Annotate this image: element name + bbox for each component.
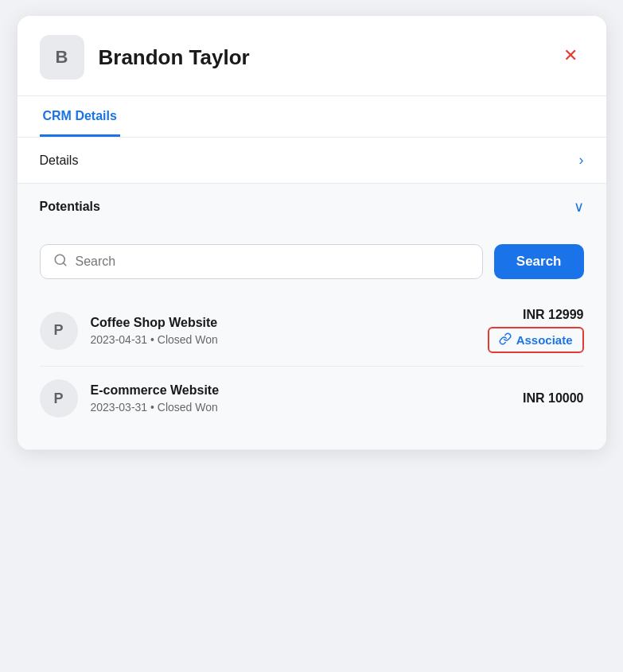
result-meta-0: 2023-04-31 • Closed Won (91, 333, 488, 346)
chevron-right-icon: › (579, 152, 584, 169)
result-meta-1: 2023-03-31 • Closed Won (91, 401, 524, 414)
result-title-1: E-commerce Website (91, 383, 524, 398)
result-amount-0: INR 12999 (523, 308, 584, 322)
result-info-0: Coffee Shop Website 2023-04-31 • Closed … (91, 316, 488, 346)
search-input[interactable] (76, 254, 469, 269)
potentials-content: Search P Coffee Shop Website 2023-04-31 … (18, 230, 606, 449)
result-info-1: E-commerce Website 2023-03-31 • Closed W… (91, 383, 524, 414)
potentials-header-row[interactable]: Potentials ∨ (18, 184, 606, 230)
result-item: P E-commerce Website 2023-03-31 • Closed… (40, 367, 584, 430)
result-right-0: INR 12999 Associate (488, 308, 584, 353)
results-list: P Coffee Shop Website 2023-04-31 • Close… (40, 295, 584, 430)
avatar: B (40, 35, 84, 80)
close-icon: ✕ (563, 45, 578, 65)
result-avatar-0: P (40, 312, 78, 350)
result-amount-1: INR 10000 (523, 391, 584, 406)
result-avatar-1: P (40, 379, 78, 418)
close-button[interactable]: ✕ (557, 44, 584, 68)
crm-panel: B Brandon Taylor ✕ CRM Details Details ›… (18, 16, 606, 450)
tabs-bar: CRM Details (18, 96, 606, 138)
link-icon (499, 332, 512, 348)
panel-header: B Brandon Taylor ✕ (18, 16, 606, 96)
potentials-label: Potentials (40, 200, 100, 214)
contact-name: Brandon Taylor (99, 45, 250, 70)
chevron-down-icon: ∨ (574, 198, 584, 216)
result-title-0: Coffee Shop Website (91, 316, 488, 330)
search-button[interactable]: Search (494, 244, 584, 279)
potentials-section: Potentials ∨ Search (18, 184, 606, 450)
result-right-1: INR 10000 (523, 391, 584, 406)
search-row: Search (40, 244, 584, 279)
result-item: P Coffee Shop Website 2023-04-31 • Close… (40, 295, 584, 367)
associate-button-0[interactable]: Associate (488, 327, 584, 353)
svg-line-1 (63, 262, 65, 265)
details-section: Details › (18, 138, 606, 184)
search-input-wrapper (40, 244, 483, 279)
tab-crm-details[interactable]: CRM Details (40, 96, 120, 137)
search-icon (53, 253, 68, 270)
details-label: Details (40, 153, 79, 168)
details-row[interactable]: Details › (18, 138, 606, 183)
